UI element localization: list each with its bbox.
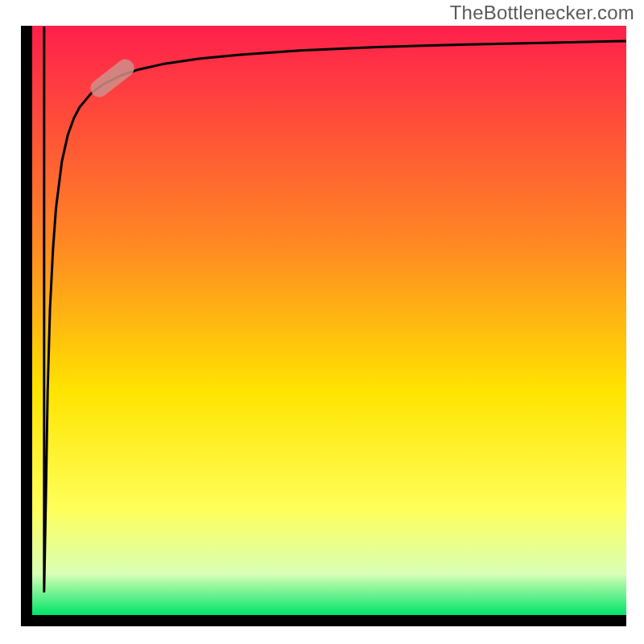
x-axis [21,615,626,626]
chart-svg [21,26,626,626]
y-axis [21,26,32,626]
plot-wrap [21,26,626,626]
chart-container: TheBottlenecker.com [0,0,644,644]
plot-background [32,26,626,615]
watermark-text: TheBottlenecker.com [450,2,634,24]
